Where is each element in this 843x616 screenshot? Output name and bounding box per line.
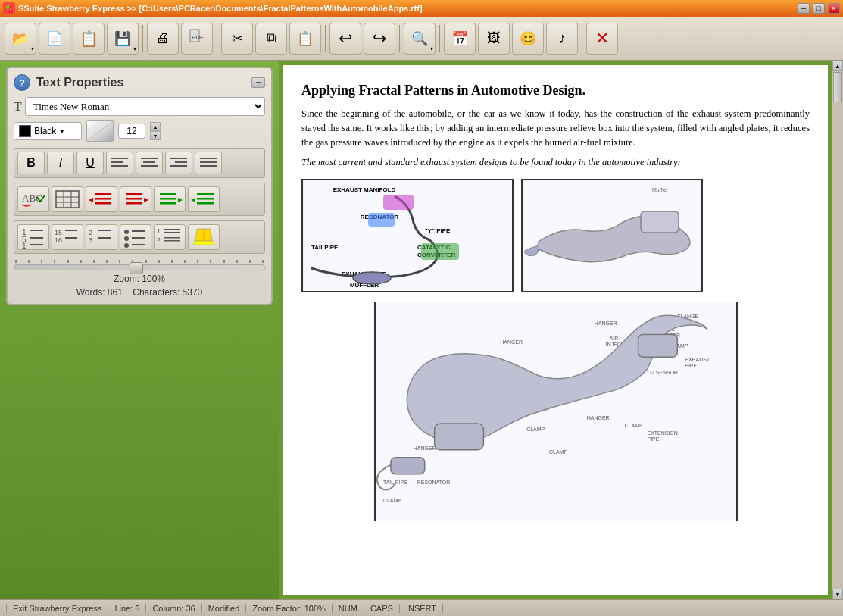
print-icon: 🖨 [156, 30, 170, 46]
page-setup-button[interactable]: 📋 [73, 23, 105, 55]
help-button[interactable]: ? [14, 74, 30, 91]
new-icon: 📄 [46, 30, 63, 47]
svg-text:TAIL PIPE: TAIL PIPE [382, 480, 407, 485]
scroll-down-button[interactable]: ▼ [832, 589, 843, 599]
svg-rect-23 [95, 193, 111, 195]
svg-rect-29 [126, 202, 142, 205]
insert-table-button[interactable] [52, 186, 83, 212]
svg-rect-64 [164, 240, 180, 242]
separator4 [399, 25, 400, 52]
font-size-up-button[interactable]: ▲ [150, 122, 161, 131]
maximize-button[interactable]: □ [813, 3, 825, 14]
paste-button[interactable]: 📋 [289, 23, 321, 55]
scroll-up-button[interactable]: ▲ [832, 61, 843, 71]
decrease-indent-button[interactable] [188, 186, 220, 212]
svg-rect-114 [390, 458, 424, 474]
outdent-button[interactable] [86, 186, 117, 212]
svg-rect-10 [141, 165, 158, 167]
numbered-list-15-button[interactable]: 15 16 [52, 224, 83, 250]
svg-text:HANGER: HANGER [413, 446, 436, 451]
cut-button[interactable]: ✂ [221, 23, 253, 55]
scroll-track[interactable] [832, 71, 843, 589]
font-size-input[interactable]: 12 [118, 124, 145, 139]
spell-check-button[interactable]: ABC [17, 186, 49, 212]
word-count: Words: 861 Characters: 5370 [14, 287, 265, 298]
find-button[interactable]: 🔍 [404, 23, 436, 55]
svg-text:CLAMP: CLAMP [549, 449, 567, 455]
svg-rect-78 [368, 213, 395, 227]
calendar-button[interactable]: 📅 [444, 23, 476, 55]
redo-button[interactable]: ↪ [364, 23, 395, 55]
zoom-area: Zoom: 100% Words: 861 Characters: 5370 [14, 260, 265, 298]
svg-rect-27 [126, 193, 142, 195]
svg-rect-11 [170, 158, 187, 159]
open-button[interactable]: 📂 [5, 23, 36, 55]
font-dropdown[interactable]: Times New Roman [25, 97, 265, 116]
svg-rect-28 [126, 198, 142, 200]
music-button[interactable]: ♪ [546, 23, 578, 55]
insert-status: INSERT [400, 604, 443, 613]
text-properties-panel: ? Text Properties ─ T Times New Roman Bl… [6, 67, 273, 305]
panel-minimize-button[interactable]: ─ [251, 77, 265, 88]
tools-row: ABC [14, 183, 265, 216]
document-title: Applying Fractal Patterns in Automotive … [301, 80, 810, 101]
svg-rect-113 [434, 424, 483, 450]
align-left-button[interactable] [106, 152, 133, 174]
font-size-arrows: ▲ ▼ [150, 122, 161, 140]
modified-status: Modified [202, 604, 247, 613]
svg-rect-32 [160, 198, 176, 200]
color-dropdown[interactable]: Black ▾ [14, 122, 82, 140]
copy-button[interactable]: ⧉ [255, 23, 287, 55]
svg-marker-38 [191, 198, 195, 202]
new-button[interactable]: 📄 [39, 23, 70, 55]
undo-button[interactable]: ↩ [329, 23, 361, 55]
scroll-thumb[interactable] [833, 72, 842, 102]
svg-rect-33 [160, 202, 176, 205]
zoom-label: Zoom: 100% [14, 274, 265, 284]
svg-rect-13 [170, 165, 187, 167]
save-button[interactable]: 💾 [107, 23, 139, 55]
svg-text:RESONATOR: RESONATOR [417, 480, 450, 485]
close-doc-button[interactable]: ✕ [586, 23, 618, 55]
emoji-button[interactable]: 😊 [512, 23, 544, 55]
svg-rect-18 [56, 191, 79, 208]
svg-text:CLAMP: CLAMP [382, 498, 401, 503]
zoom-slider-track[interactable] [14, 264, 265, 270]
toolbar: 📂 📄 📋 💾 🖨 PDF ✂ ⧉ 📋 ↩ ↪ 🔍 [0, 17, 843, 61]
svg-text:3: 3 [89, 236, 92, 244]
document-page[interactable]: Applying Fractal Patterns in Automotive … [283, 65, 828, 595]
align-right-button[interactable] [165, 152, 192, 174]
decrease-indent-icon [191, 189, 217, 209]
roman-list-button[interactable]: 2 3 [86, 224, 117, 250]
font-size-down-button[interactable]: ▼ [150, 131, 161, 140]
panel-title: Text Properties [36, 76, 245, 89]
scrollbar[interactable]: ▲ ▼ [832, 61, 843, 599]
svg-point-57 [124, 243, 129, 248]
zoom-slider-thumb[interactable] [130, 262, 143, 274]
svg-rect-46 [65, 230, 77, 231]
numbered-para-button[interactable]: 1. 2. [154, 224, 186, 250]
numbered-list-button[interactable]: 1 5 1 [17, 224, 49, 250]
exhaust-images-row: EXHAUST MANIFOLD RESONATOR "Y" PIPE CATA… [301, 179, 810, 292]
underline-button[interactable]: U [76, 152, 104, 174]
column-status: Column: 36 [146, 604, 201, 613]
close-button[interactable]: ✕ [828, 3, 840, 14]
highlighter-button[interactable] [188, 224, 220, 250]
svg-marker-26 [89, 198, 93, 202]
indent-button[interactable] [120, 186, 151, 212]
minimize-button[interactable]: ─ [798, 3, 810, 14]
align-center-button[interactable] [136, 152, 163, 174]
print-button[interactable]: 🖨 [147, 23, 179, 55]
increase-indent-button[interactable] [154, 186, 186, 212]
bold-button[interactable]: B [17, 152, 45, 174]
export-button[interactable]: PDF [181, 23, 213, 55]
texture-button[interactable] [86, 120, 114, 142]
image-button[interactable]: 🖼 [478, 23, 510, 55]
svg-marker-30 [144, 198, 148, 202]
italic-button[interactable]: I [47, 152, 74, 174]
justify-button[interactable] [195, 152, 222, 174]
bullet-list-button[interactable] [120, 224, 151, 250]
svg-text:ABC: ABC [22, 192, 42, 204]
exhaust-diagram-left: EXHAUST MANIFOLD RESONATOR "Y" PIPE CATA… [301, 179, 514, 292]
image-icon: 🖼 [487, 30, 501, 46]
